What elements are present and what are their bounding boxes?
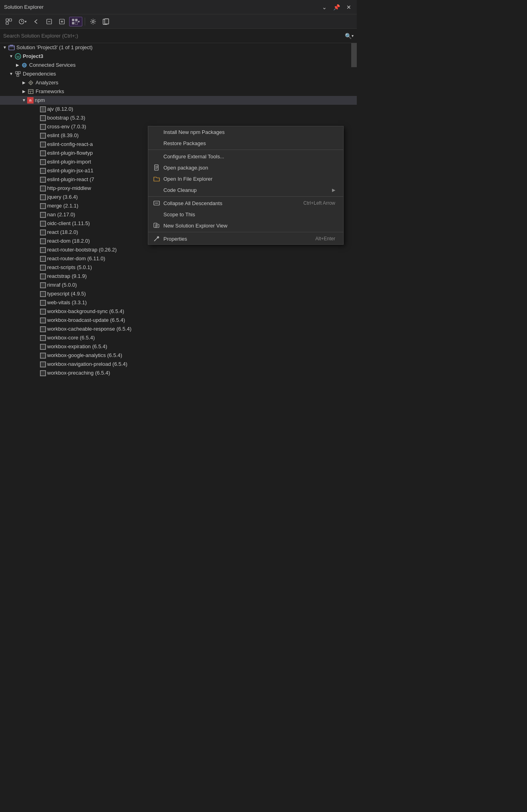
frameworks-label: Frameworks [36, 87, 64, 96]
dependencies-item[interactable]: Dependencies [0, 70, 357, 78]
pkg-label: web-vitals (3.3.1) [47, 298, 87, 307]
pkg-reactstrap[interactable]: reactstrap (9.1.9) [0, 272, 357, 281]
pin-icon[interactable]: 📌 [332, 3, 342, 11]
svg-rect-25 [16, 72, 18, 74]
pkg-workbox-expiration[interactable]: workbox-expiration (6.5.4) [0, 342, 357, 351]
settings-button[interactable] [88, 17, 99, 26]
package-icon [40, 203, 46, 209]
menu-properties[interactable]: Properties Alt+Enter [148, 233, 343, 244]
analyzers-item[interactable]: Analyzers [0, 78, 357, 87]
collapse-descendants-shortcut: Ctrl+Left Arrow [303, 200, 335, 206]
leaf-spacer [34, 220, 40, 227]
pkg-label: typescript (4.9.5) [47, 289, 86, 298]
package-icon [40, 335, 46, 341]
frameworks-icon [27, 88, 34, 95]
menu-restore-packages[interactable]: Restore Packages [148, 138, 343, 149]
menu-new-solution-explorer-view[interactable]: New Solution Explorer View [148, 220, 343, 231]
pkg-workbox-cacheable-response[interactable]: workbox-cacheable-response (6.5.4) [0, 325, 357, 333]
svg-rect-16 [9, 46, 14, 50]
leaf-spacer [34, 150, 40, 156]
preview-button[interactable] [100, 17, 111, 26]
pkg-label: workbox-expiration (6.5.4) [47, 342, 107, 351]
menu-open-package-json[interactable]: Open package.json [148, 162, 343, 173]
pkg-workbox-precaching[interactable]: workbox-precaching (6.5.4) [0, 369, 357, 377]
svg-point-31 [30, 82, 32, 84]
minimize-icon[interactable]: ⌄ [320, 3, 328, 11]
scope-to-this-icon [153, 211, 160, 218]
pkg-rimraf[interactable]: rimraf (5.0.0) [0, 281, 357, 289]
pkg-web-vitals[interactable]: web-vitals (3.3.1) [0, 298, 357, 307]
view-toggle-button[interactable]: ▾ [69, 17, 82, 26]
pkg-workbox-core[interactable]: workbox-core (6.5.4) [0, 333, 357, 342]
leaf-spacer [34, 238, 40, 244]
code-cleanup-arrow: ▶ [332, 188, 335, 193]
pkg-workbox-navigation-preload[interactable]: workbox-navigation-preload (6.5.4) [0, 360, 357, 369]
dependencies-label: Dependencies [23, 70, 56, 78]
title-bar-controls: ⌄ 📌 ✕ [320, 3, 353, 11]
svg-rect-26 [18, 72, 20, 74]
leaf-spacer [34, 194, 40, 200]
leaf-spacer [34, 168, 40, 174]
close-icon[interactable]: ✕ [345, 3, 353, 11]
nav-history-button[interactable]: ▾ [16, 17, 29, 26]
pkg-bootstrap[interactable]: bootstrap (5.2.3) [0, 114, 357, 122]
pkg-label: reactstrap (9.1.9) [47, 272, 87, 281]
npm-expand-arrow[interactable] [21, 97, 27, 104]
dependencies-expand-arrow[interactable] [8, 71, 14, 77]
leaf-spacer [34, 361, 40, 367]
leaf-spacer [34, 247, 40, 253]
pkg-ajv[interactable]: ajv (8.12.0) [0, 105, 357, 114]
menu-collapse-all-descendants[interactable]: Collapse All Descendants Ctrl+Left Arrow [148, 198, 343, 209]
analyzers-expand-arrow[interactable] [21, 80, 27, 86]
package-icon [40, 326, 46, 332]
package-icon [40, 309, 46, 315]
menu-open-file-explorer[interactable]: Open In File Explorer [148, 173, 343, 184]
solution-expand-arrow[interactable] [2, 44, 8, 51]
package-icon [40, 229, 46, 235]
frameworks-item[interactable]: Frameworks [0, 87, 357, 96]
leaf-spacer [34, 115, 40, 121]
package-icon [40, 282, 46, 288]
leaf-spacer [34, 264, 40, 271]
back-button[interactable] [31, 17, 42, 26]
npm-label: npm [35, 96, 45, 105]
search-input[interactable] [3, 33, 345, 39]
scrollbar-thumb[interactable] [351, 43, 357, 67]
pkg-workbox-google-analytics[interactable]: workbox-google-analytics (6.5.4) [0, 351, 357, 360]
project-expand-arrow[interactable] [8, 53, 14, 60]
connected-services-label: Connected Services [29, 61, 76, 70]
pkg-react-scripts[interactable]: react-scripts (5.0.1) [0, 263, 357, 272]
leaf-spacer [34, 211, 40, 218]
project-item[interactable]: W Project3 [0, 52, 357, 61]
solution-item[interactable]: Solution 'Project3' (1 of 1 project) [0, 43, 357, 52]
frameworks-expand-arrow[interactable] [21, 88, 27, 95]
pkg-workbox-background-sync[interactable]: workbox-background-sync (6.5.4) [0, 307, 357, 316]
menu-install-npm[interactable]: Install New npm Packages [148, 126, 343, 138]
leaf-spacer [34, 203, 40, 209]
package-icon [40, 124, 46, 130]
connected-expand-arrow[interactable] [14, 62, 21, 68]
search-dropdown-icon[interactable]: ▾ [352, 34, 354, 38]
npm-item[interactable]: n npm [0, 96, 357, 105]
pkg-label: workbox-broadcast-update (6.5.4) [47, 316, 125, 325]
search-icon[interactable]: 🔍 [345, 33, 352, 39]
connected-services-item[interactable]: Connected Services [0, 61, 357, 70]
package-icon [40, 168, 46, 174]
pkg-react-router-dom[interactable]: react-router-dom (6.11.0) [0, 254, 357, 263]
svg-rect-27 [17, 74, 19, 76]
menu-configure-external-tools[interactable]: Configure External Tools... [148, 151, 343, 162]
package-icon [40, 344, 46, 350]
pkg-workbox-broadcast-update[interactable]: workbox-broadcast-update (6.5.4) [0, 316, 357, 325]
menu-scope-to-this[interactable]: Scope to This [148, 209, 343, 220]
expand-button[interactable] [56, 17, 68, 26]
pkg-typescript[interactable]: typescript (4.9.5) [0, 289, 357, 298]
sync-button[interactable] [3, 17, 14, 26]
solution-label: Solution 'Project3' (1 of 1 project) [16, 43, 93, 52]
package-icon [40, 212, 46, 218]
package-icon [40, 221, 46, 227]
leaf-spacer [34, 299, 40, 306]
menu-code-cleanup[interactable]: Code Cleanup ▶ [148, 184, 343, 196]
collapse-all-button[interactable] [44, 17, 55, 26]
svg-point-13 [92, 20, 94, 22]
pkg-react-router-bootstrap[interactable]: react-router-bootstrap (0.26.2) [0, 245, 357, 254]
